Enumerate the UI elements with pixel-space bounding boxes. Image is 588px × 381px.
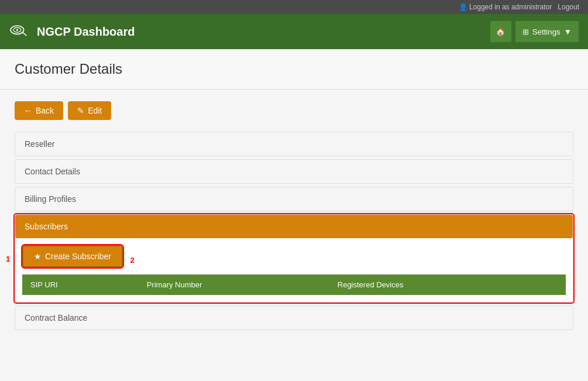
col-primary-number: Primary Number — [139, 274, 329, 295]
edit-icon: ✎ — [77, 106, 84, 115]
sipwise-logo-icon — [9, 23, 32, 40]
col-sip-uri: SIP URI — [22, 274, 139, 295]
table-header-row: SIP URI Primary Number Registered Device… — [22, 274, 566, 295]
annotation-1: 1 — [6, 254, 10, 263]
create-subscriber-label: Create Subscriber — [45, 252, 111, 261]
accordion-reseller: Reseller — [15, 132, 573, 156]
subscribers-table: SIP URI Primary Number Registered Device… — [22, 274, 566, 295]
brand-name: NGCP Dashboard — [37, 25, 135, 39]
annotation-2: 2 — [130, 256, 135, 265]
accordion-billing-profiles: Billing Profiles — [15, 187, 573, 211]
star-icon: ★ — [34, 252, 42, 261]
svg-point-2 — [16, 29, 18, 31]
create-subscriber-button[interactable]: ★ Create Subscriber — [22, 245, 123, 267]
svg-line-3 — [22, 32, 26, 35]
accordion-header-subscribers[interactable]: Subscribers — [15, 215, 573, 238]
navbar-right: 🏠 ⊞ Settings ▼ — [490, 20, 579, 43]
col-registered-devices: Registered Devices — [329, 274, 548, 295]
contact-details-label: Contact Details — [25, 167, 80, 176]
edit-label: Edit — [88, 106, 102, 115]
logged-in-text: 👤 Logged in as administrator — [459, 3, 552, 11]
brand: NGCP Dashboard — [9, 23, 135, 40]
home-button[interactable]: 🏠 — [490, 20, 512, 43]
chevron-down-icon: ▼ — [564, 28, 572, 36]
settings-label: Settings — [532, 28, 561, 36]
accordion-header-reseller[interactable]: Reseller — [15, 132, 573, 156]
subscribers-content: ★ Create Subscriber 2 SIP URI Primary Nu… — [15, 238, 573, 302]
edit-button[interactable]: ✎ Edit — [68, 101, 111, 120]
action-buttons: ← Back ✎ Edit — [15, 101, 573, 120]
back-label: Back — [36, 106, 54, 115]
reseller-label: Reseller — [25, 139, 54, 149]
back-arrow-icon: ← — [24, 106, 32, 115]
home-icon: 🏠 — [496, 28, 506, 36]
user-icon: 👤 — [459, 3, 467, 11]
settings-grid-icon: ⊞ — [522, 28, 529, 36]
accordion-header-contract-balance[interactable]: Contract Balance — [15, 306, 573, 329]
subscribers-label: Subscribers — [25, 222, 68, 231]
accordion-subscribers: 1 Subscribers ★ Create Subscriber 2 SIP … — [15, 214, 573, 303]
col-actions — [548, 274, 566, 295]
back-button[interactable]: ← Back — [15, 101, 63, 120]
accordion-header-contact-details[interactable]: Contact Details — [15, 160, 573, 183]
accordion-header-billing-profiles[interactable]: Billing Profiles — [15, 187, 573, 211]
page-title-bar: Customer Details — [0, 49, 588, 90]
create-subscriber-wrapper: ★ Create Subscriber 2 — [22, 245, 123, 274]
billing-profiles-label: Billing Profiles — [25, 194, 76, 204]
logout-link[interactable]: Logout — [558, 3, 579, 11]
topbar: 👤 Logged in as administrator Logout — [0, 0, 588, 14]
main-content: ← Back ✎ Edit Reseller Contact Details B… — [0, 90, 588, 345]
contract-balance-label: Contract Balance — [25, 313, 87, 322]
accordion-contact-details: Contact Details — [15, 159, 573, 184]
accordion-contract-balance: Contract Balance — [15, 306, 573, 330]
page-title: Customer Details — [15, 61, 573, 77]
navbar: NGCP Dashboard 🏠 ⊞ Settings ▼ — [0, 14, 588, 49]
settings-button[interactable]: ⊞ Settings ▼ — [515, 20, 579, 43]
table-header: SIP URI Primary Number Registered Device… — [22, 274, 566, 295]
